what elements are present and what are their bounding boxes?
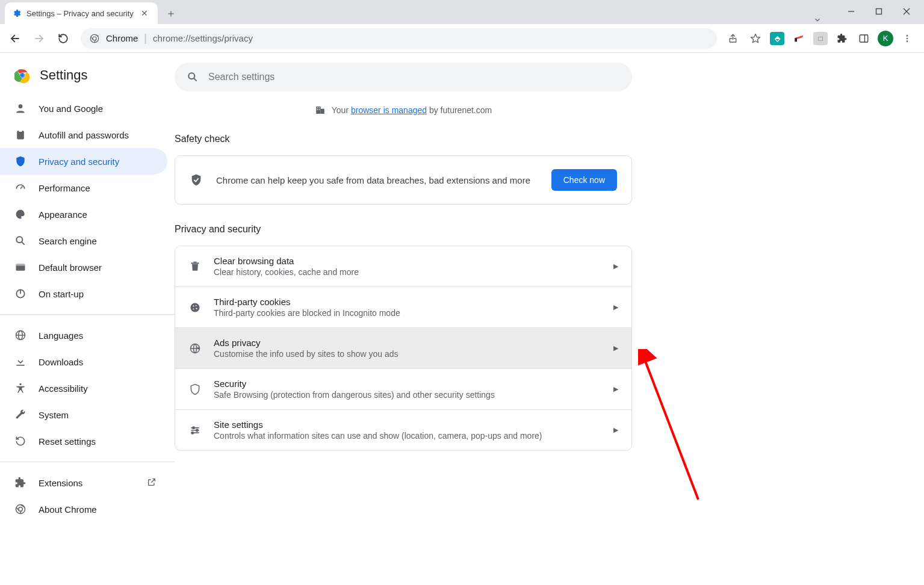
maximize-button[interactable] (865, 2, 893, 20)
forward-button[interactable] (29, 28, 49, 49)
sidebar-item-autofill[interactable]: Autofill and passwords (0, 122, 167, 148)
sidebar-item-label: Languages (39, 330, 83, 341)
search-input[interactable] (208, 72, 620, 82)
safety-check-text: Chrome can help keep you safe from data … (216, 175, 538, 185)
chrome-logo-icon (14, 67, 30, 83)
browser-icon (14, 261, 26, 273)
sidebar-item-languages[interactable]: Languages (0, 322, 167, 348)
browser-tab[interactable]: Settings – Privacy and security ✕ (5, 2, 158, 24)
sidebar-item-accessibility[interactable]: Accessibility (0, 375, 167, 401)
back-button[interactable] (5, 28, 25, 49)
sidebar-item-label: Accessibility (39, 383, 88, 394)
close-tab-button[interactable]: ✕ (138, 8, 150, 18)
search-settings[interactable] (175, 63, 632, 91)
svg-marker-13 (751, 34, 760, 42)
svg-rect-50 (319, 108, 320, 109)
svg-line-46 (194, 78, 197, 81)
svg-point-59 (193, 308, 194, 309)
svg-rect-37 (16, 365, 24, 366)
svg-rect-54 (194, 261, 197, 262)
row-third-party-cookies[interactable]: Third-party cookies Third-party cookies … (175, 287, 631, 328)
settings-main: Your browser is managed by futurenet.com… (175, 53, 924, 585)
svg-line-27 (20, 187, 22, 189)
shield-check-icon (190, 173, 203, 187)
sidebar-item-about[interactable]: About Chrome (0, 496, 167, 522)
sidebar-item-default-browser[interactable]: Default browser (0, 254, 167, 280)
svg-point-45 (188, 73, 194, 79)
new-tab-button[interactable]: ＋ (163, 5, 179, 22)
sidebar-item-system[interactable]: System (0, 401, 167, 428)
window-titlebar: Settings – Privacy and security ✕ ＋ (0, 0, 924, 24)
svg-point-56 (193, 305, 194, 306)
row-security[interactable]: Security Safe Browsing (protection from … (175, 369, 631, 410)
search-icon (14, 235, 26, 247)
puzzle-icon (14, 477, 26, 489)
accessibility-icon (14, 382, 26, 394)
omnibox-scheme: Chrome (106, 33, 138, 43)
row-clear-browsing-data[interactable]: Clear browsing data Clear history, cooki… (175, 246, 631, 287)
window-controls (837, 2, 920, 20)
row-ads-privacy[interactable]: Ads privacy Customise the info used by s… (175, 328, 631, 369)
extensions-button[interactable] (833, 29, 852, 48)
person-icon (14, 102, 26, 114)
managed-banner: Your browser is managed by futurenet.com (175, 99, 632, 126)
sidebar-item-label: Performance (39, 183, 90, 193)
profile-avatar[interactable]: K (876, 29, 895, 48)
close-window-button[interactable] (893, 2, 920, 20)
sidebar-item-startup[interactable]: On start-up (0, 280, 167, 307)
extension-3[interactable]: □ (811, 29, 830, 48)
share-button[interactable] (724, 29, 743, 48)
omnibox-url: chrome://settings/privacy (153, 33, 253, 43)
settings-brand: Settings (0, 67, 175, 95)
sidebar-item-search-engine[interactable]: Search engine (0, 228, 167, 254)
sidebar-item-appearance[interactable]: Appearance (0, 201, 167, 228)
sidebar-item-label: Default browser (39, 262, 102, 273)
sidebar-item-label: Extensions (39, 478, 82, 488)
svg-point-28 (16, 237, 22, 243)
sidebar-item-downloads[interactable]: Downloads (0, 348, 167, 375)
managed-link[interactable]: browser is managed (351, 105, 427, 115)
bookmark-button[interactable] (746, 29, 765, 48)
extension-1[interactable]: ⬘ (767, 29, 787, 48)
reload-button[interactable] (53, 28, 73, 49)
chrome-menu-button[interactable] (898, 29, 917, 48)
sidebar-item-extensions[interactable]: Extensions (0, 469, 167, 496)
row-site-settings[interactable]: Site settings Controls what information … (175, 410, 631, 450)
svg-point-65 (196, 429, 198, 431)
side-panel-button[interactable] (854, 29, 873, 48)
svg-point-38 (19, 383, 21, 385)
sidebar-item-label: On start-up (39, 289, 84, 299)
tab-search-button[interactable] (804, 16, 831, 24)
minimize-button[interactable] (837, 2, 865, 20)
palette-icon (14, 208, 26, 220)
shield-icon (188, 383, 202, 395)
sidebar-item-privacy[interactable]: Privacy and security (0, 148, 167, 175)
sidebar-item-label: Downloads (39, 357, 83, 367)
omnibox-divider: | (144, 32, 147, 45)
sidebar-item-performance[interactable]: Performance (0, 175, 167, 201)
chevron-right-icon: ▶ (613, 303, 618, 311)
download-icon (14, 356, 26, 368)
svg-line-29 (22, 242, 25, 245)
safety-check-card: Chrome can help keep you safe from data … (175, 155, 632, 205)
svg-rect-51 (317, 110, 318, 111)
sidebar-item-reset[interactable]: Reset settings (0, 428, 167, 454)
svg-point-17 (907, 35, 908, 37)
shield-icon (14, 155, 26, 167)
svg-line-39 (151, 478, 155, 482)
svg-point-55 (191, 303, 200, 312)
sliders-icon (188, 424, 202, 436)
address-bar[interactable]: Chrome | chrome://settings/privacy (81, 28, 717, 49)
sidebar-item-label: About Chrome (39, 504, 97, 515)
check-now-button[interactable]: Check now (551, 169, 617, 191)
sidebar-item-you-and-google[interactable]: You and Google (0, 95, 167, 122)
privacy-list: Clear browsing data Clear history, cooki… (175, 246, 632, 451)
trash-icon (188, 261, 202, 273)
svg-rect-14 (795, 38, 797, 42)
settings-sidebar: Settings You and Google Autofill and pas… (0, 53, 175, 585)
safety-check-heading: Safety check (175, 134, 632, 144)
extension-2[interactable] (789, 29, 808, 48)
svg-point-24 (19, 104, 23, 108)
power-icon (14, 288, 26, 300)
sidebar-item-label: Reset settings (39, 436, 96, 447)
